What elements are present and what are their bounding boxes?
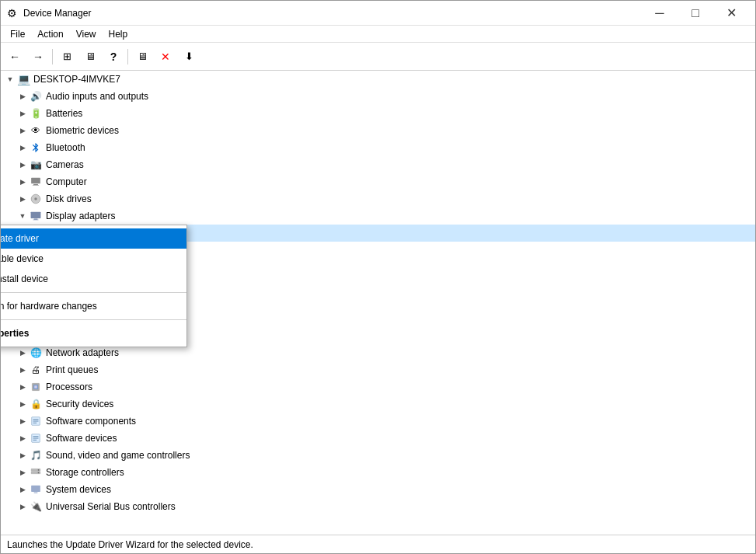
ctx-uninstall-device[interactable]: Uninstall device	[1, 269, 186, 289]
svg-rect-50	[33, 437, 39, 438]
toolbar-forward-button[interactable]: →	[27, 46, 49, 68]
ctx-disable-device[interactable]: Disable device	[1, 249, 186, 269]
usb-expand[interactable]: ▶	[16, 498, 29, 515]
status-bar: Launches the Update Driver Wizard for th…	[1, 535, 755, 553]
security-icon: 🔒	[29, 397, 43, 411]
svg-rect-51	[33, 440, 37, 441]
network-label: Network adapters	[46, 347, 119, 358]
menu-bar: File Action View Help	[1, 26, 755, 43]
list-item[interactable]: ▶ 🎵 Sound, video and game controllers	[1, 447, 755, 464]
list-item[interactable]: ▶ 🖨 Print queues	[1, 361, 755, 378]
print-label: Print queues	[46, 364, 98, 375]
audio-label: Audio inputs and outputs	[46, 91, 148, 102]
list-item[interactable]: ▶ 🔊 Audio inputs and outputs	[1, 88, 755, 105]
toolbar-back-button[interactable]: ←	[4, 46, 26, 68]
ctx-scan-hardware[interactable]: Scan for hardware changes	[1, 296, 186, 316]
processors-label: Processors	[46, 382, 92, 392]
toolbar-computer-button[interactable]: 🖥	[79, 46, 101, 68]
toolbar-remove-button[interactable]: ✕	[155, 46, 176, 68]
print-expand[interactable]: ▶	[16, 361, 29, 378]
disk-expand[interactable]: ▶	[16, 190, 29, 207]
list-item[interactable]: ▶ Storage controllers	[1, 464, 755, 481]
network-icon: 🌐	[29, 346, 43, 360]
camera-icon: 📷	[29, 158, 43, 172]
maximize-button[interactable]: □	[678, 1, 713, 26]
svg-rect-46	[33, 420, 39, 421]
security-expand[interactable]: ▶	[16, 395, 29, 413]
software-expand[interactable]: ▶	[16, 413, 29, 430]
menu-help[interactable]: Help	[103, 27, 134, 41]
toolbar-properties-button[interactable]: ⊞	[56, 46, 78, 68]
title-bar: ⚙ Device Manager ─ □ ✕	[1, 1, 755, 26]
close-button[interactable]: ✕	[713, 1, 749, 26]
list-item[interactable]: ▶ 🔋 Batteries	[1, 105, 755, 122]
list-item[interactable]: ▶ Disk drives	[1, 190, 755, 207]
list-item[interactable]: ▶ 🔌 Universal Serial Bus controllers	[1, 498, 755, 515]
sound-expand[interactable]: ▶	[16, 447, 29, 464]
bluetooth-label: Bluetooth	[46, 142, 85, 153]
list-item[interactable]: ▶ Processors	[1, 378, 755, 395]
svg-rect-7	[33, 220, 39, 221]
list-item[interactable]: ▶ 📷 Cameras	[1, 156, 755, 173]
cameras-expand[interactable]: ▶	[16, 156, 29, 173]
computer-label: Computer	[46, 176, 87, 187]
update-driver-icon: ⬇	[185, 51, 193, 62]
audio-expand[interactable]: ▶	[16, 88, 29, 105]
usb-icon: 🔌	[29, 500, 43, 514]
title-bar-left: ⚙ Device Manager	[7, 7, 91, 19]
toolbar-scan-button[interactable]: 🖥	[131, 46, 153, 68]
sysdev-expand[interactable]: ▶	[16, 481, 29, 498]
softdev-expand[interactable]: ▶	[16, 430, 29, 447]
svg-rect-47	[33, 423, 37, 423]
computer-icon: 🖥	[85, 51, 96, 62]
list-item[interactable]: ▶ Software components	[1, 413, 755, 430]
sound-label: Sound, video and game controllers	[46, 450, 190, 461]
svg-point-54	[38, 469, 40, 471]
ctx-update-driver[interactable]: Update driver	[1, 228, 186, 249]
batteries-label: Batteries	[46, 108, 82, 119]
display-expand[interactable]: ▼	[16, 207, 29, 225]
scan-icon: 🖥	[138, 51, 148, 62]
list-item[interactable]: ▶ Software devices	[1, 430, 755, 447]
minimize-button[interactable]: ─	[642, 1, 678, 26]
batteries-expand[interactable]: ▶	[16, 105, 29, 122]
print-icon: 🖨	[29, 363, 43, 377]
sound-icon: 🎵	[29, 448, 43, 462]
list-item[interactable]: ▶ 👁 Biometric devices	[1, 122, 755, 139]
svg-rect-56	[31, 486, 40, 492]
processors-expand[interactable]: ▶	[16, 378, 29, 395]
list-item[interactable]: ▼ Display adapters	[1, 207, 755, 225]
tree-area[interactable]: ▼ 💻 DESKTOP-4IMVKE7 ▶ 🔊 Audio inputs and…	[1, 71, 755, 535]
main-area: ▼ 💻 DESKTOP-4IMVKE7 ▶ 🔊 Audio inputs and…	[1, 71, 755, 535]
list-item[interactable]: ▶ Bluetooth	[1, 139, 755, 156]
display-label: Display adapters	[46, 211, 115, 221]
svg-point-55	[38, 472, 40, 473]
menu-view[interactable]: View	[70, 27, 103, 41]
intel-gpu-item[interactable]: ▶ Intel(R) HD Graphics 620 Update driver…	[1, 225, 755, 242]
bluetooth-expand[interactable]: ▶	[16, 139, 29, 156]
software-components-icon	[29, 414, 43, 428]
ctx-properties[interactable]: Properties	[1, 323, 186, 343]
svg-rect-45	[33, 419, 39, 420]
storage-icon	[29, 465, 43, 479]
biometric-expand[interactable]: ▶	[16, 122, 29, 139]
list-item[interactable]: ▶ 🔒 Security devices	[1, 395, 755, 413]
device-manager-window: ⚙ Device Manager ─ □ ✕ File Action View …	[0, 0, 756, 554]
disk-label: Disk drives	[46, 193, 92, 204]
menu-action[interactable]: Action	[31, 27, 69, 41]
computer-expand[interactable]: ▶	[16, 173, 29, 190]
list-item[interactable]: ▶ Computer	[1, 173, 755, 190]
usb-label: Universal Serial Bus controllers	[46, 501, 176, 512]
back-icon: ←	[9, 51, 20, 63]
tree-root[interactable]: ▼ 💻 DESKTOP-4IMVKE7	[1, 71, 755, 88]
menu-file[interactable]: File	[4, 27, 31, 41]
toolbar-update-driver-button[interactable]: ⬇	[178, 46, 200, 68]
toolbar-help-button[interactable]: ?	[103, 46, 124, 68]
svg-rect-2	[33, 185, 39, 186]
svg-rect-0	[31, 178, 40, 184]
root-expand-arrow[interactable]: ▼	[4, 71, 16, 88]
storage-expand[interactable]: ▶	[16, 464, 29, 481]
list-item[interactable]: ▶ System devices	[1, 481, 755, 498]
software-devices-label: Software devices	[46, 433, 117, 444]
svg-point-4	[34, 197, 37, 200]
